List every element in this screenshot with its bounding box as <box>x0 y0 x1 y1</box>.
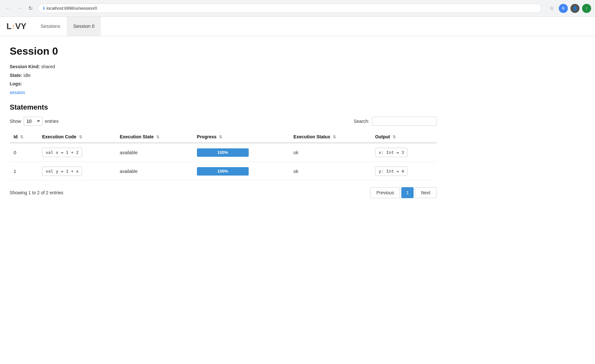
address-bar[interactable]: ℹ localhost:8998/ui/session/0 <box>38 4 541 13</box>
search-control: Search: <box>354 117 437 126</box>
bookmark-button[interactable]: ☆ <box>547 4 556 13</box>
statements-table: Id ⇅ Execution Code ⇅ Execution State ⇅ … <box>10 131 437 181</box>
progress-text-0: 100% <box>217 150 228 155</box>
row-progress-1: 100% <box>193 162 290 181</box>
row-code-1: val y = 1 + x <box>38 162 116 181</box>
col-output: Output ⇅ <box>371 131 437 143</box>
col-execution-state: Execution State ⇅ <box>116 131 193 143</box>
state-row: State: idle <box>10 71 437 80</box>
app-header: L↑VY Sessions Session 0 <box>0 17 595 36</box>
row-state-0: available <box>116 143 193 162</box>
statements-title: Statements <box>10 103 437 112</box>
col-execution-status-label: Execution Status <box>294 134 330 139</box>
col-execution-state-label: Execution State <box>120 134 154 139</box>
session-kind-label: Session Kind: <box>10 64 40 69</box>
entries-label: entries <box>45 119 59 124</box>
col-progress: Progress ⇅ <box>193 131 290 143</box>
table-header-row: Id ⇅ Execution Code ⇅ Execution State ⇅ … <box>10 131 437 143</box>
search-input[interactable] <box>372 117 437 126</box>
row-output-1: y: Int = 4 <box>371 162 437 181</box>
nav-tab-sessions[interactable]: Sessions <box>34 17 67 36</box>
row-id-0: 0 <box>10 143 38 162</box>
col-execution-code-sort-icon[interactable]: ⇅ <box>79 135 82 139</box>
row-output-value-0: x: Int = 3 <box>375 148 407 157</box>
state-label: State: <box>10 73 22 78</box>
col-progress-label: Progress <box>197 134 217 139</box>
col-id: Id ⇅ <box>10 131 38 143</box>
update-icon: ↑ <box>582 4 591 13</box>
logs-link-row: session <box>10 88 437 97</box>
col-progress-sort-icon[interactable]: ⇅ <box>219 135 222 139</box>
info-icon: ℹ <box>43 6 45 11</box>
previous-button[interactable]: Previous <box>370 187 400 198</box>
logo-l: L <box>6 21 12 31</box>
col-id-label: Id <box>14 134 17 139</box>
nav-buttons: ← → ↻ <box>4 4 35 13</box>
table-row: 1 val y = 1 + x available 100% ok y: Int… <box>10 162 437 181</box>
page-title: Session 0 <box>10 45 437 57</box>
table-footer: Showing 1 to 2 of 2 entries Previous 1 N… <box>10 187 437 198</box>
search-label: Search: <box>354 119 369 124</box>
row-id-1: 1 <box>10 162 38 181</box>
session-info: Session Kind: shared State: idle Logs: s… <box>10 62 437 97</box>
next-button[interactable]: Next <box>415 187 437 198</box>
progress-text-1: 100% <box>217 169 228 174</box>
col-execution-status: Execution Status ⇅ <box>290 131 372 143</box>
col-output-sort-icon[interactable]: ⇅ <box>393 135 396 139</box>
row-status-0: ok <box>290 143 372 162</box>
logo-arrow-icon: ↑ <box>12 22 15 31</box>
col-execution-status-sort-icon[interactable]: ⇅ <box>333 135 336 139</box>
progress-bar-0: 100% <box>197 148 249 157</box>
col-id-sort-icon[interactable]: ⇅ <box>20 135 23 139</box>
entries-select[interactable]: 10 25 50 100 <box>24 117 42 126</box>
nav-tab-session0-label: Session 0 <box>73 23 94 29</box>
row-output-value-1: y: Int = 4 <box>375 166 407 176</box>
nav-tab-session0[interactable]: Session 0 <box>67 17 101 36</box>
state-value: idle <box>24 73 31 78</box>
back-button[interactable]: ← <box>4 4 13 13</box>
show-label: Show <box>10 119 21 124</box>
col-execution-code: Execution Code ⇅ <box>38 131 116 143</box>
session-kind-value: shared <box>41 64 55 69</box>
url-text: localhost:8998/ui/session/0 <box>47 6 97 11</box>
nav-tabs: Sessions Session 0 <box>34 17 101 36</box>
col-execution-state-sort-icon[interactable]: ⇅ <box>156 135 159 139</box>
row-code-value-1: val y = 1 + x <box>42 166 82 176</box>
showing-text: Showing 1 to 2 of 2 entries <box>10 190 63 195</box>
browser-chrome: ← → ↻ ℹ localhost:8998/ui/session/0 ☆ G … <box>0 0 595 17</box>
page-1-button[interactable]: 1 <box>401 187 414 198</box>
row-code-value-0: val x = 1 + 2 <box>42 148 82 157</box>
logs-row: Logs: <box>10 80 437 88</box>
progress-bar-1: 100% <box>197 167 249 176</box>
logo[interactable]: L↑VY <box>6 17 27 36</box>
session-kind-row: Session Kind: shared <box>10 62 437 71</box>
col-output-label: Output <box>375 134 390 139</box>
logs-link[interactable]: session <box>10 90 25 95</box>
translate-icon: G <box>559 4 568 13</box>
logs-label: Logs: <box>10 81 22 86</box>
row-state-1: available <box>116 162 193 181</box>
row-code-0: val x = 1 + 2 <box>38 143 116 162</box>
table-controls: Show 10 25 50 100 entries Search: <box>10 117 437 126</box>
row-status-1: ok <box>290 162 372 181</box>
pagination: Previous 1 Next <box>370 187 437 198</box>
forward-button[interactable]: → <box>15 4 24 13</box>
user-avatar: 👤 <box>570 4 579 13</box>
col-execution-code-label: Execution Code <box>42 134 76 139</box>
refresh-button[interactable]: ↻ <box>26 4 35 13</box>
browser-actions: ☆ G 👤 ↑ <box>547 4 591 13</box>
show-entries: Show 10 25 50 100 entries <box>10 117 59 126</box>
row-output-0: x: Int = 3 <box>371 143 437 162</box>
logo-vy: VY <box>15 21 27 31</box>
row-progress-0: 100% <box>193 143 290 162</box>
nav-tab-sessions-label: Sessions <box>41 23 60 29</box>
table-row: 0 val x = 1 + 2 available 100% ok x: Int… <box>10 143 437 162</box>
main-content: Session 0 Session Kind: shared State: id… <box>0 36 446 207</box>
